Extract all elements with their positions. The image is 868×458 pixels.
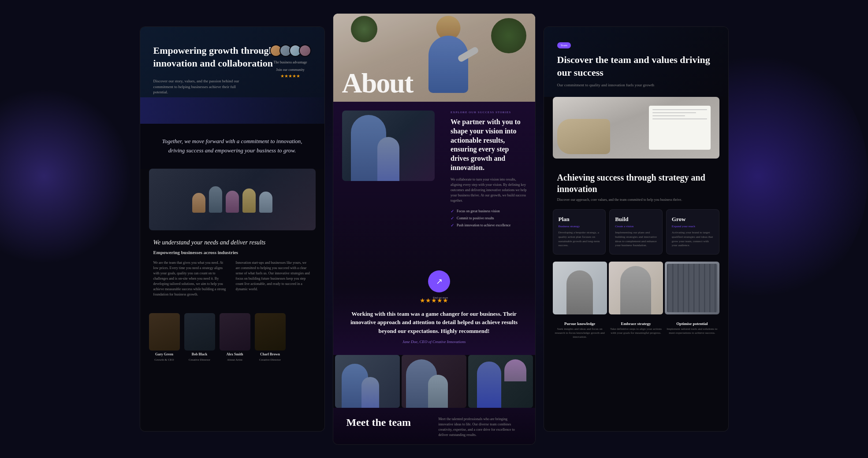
person-sil-2 — [209, 186, 222, 213]
photo-box-1 — [335, 355, 400, 408]
photo-img-1 — [335, 355, 400, 408]
avatar-row — [270, 44, 311, 57]
check-text-1: Focus on great business vision — [457, 209, 500, 213]
charl-avatar — [255, 313, 286, 351]
partner-checks: ✓ Focus on great business vision ✓ Commi… — [451, 209, 528, 228]
charl-avatar-img — [255, 313, 286, 351]
photo-child — [504, 359, 526, 381]
hero-card-label: The business advantage — [274, 60, 307, 64]
gary-role: Growth & CEO — [154, 358, 174, 362]
check-text-3: Push innovation to achieve excellence — [457, 223, 510, 227]
hero-card-sublabel: Join our community — [276, 68, 304, 72]
alex-name: Alex Smith — [227, 352, 243, 356]
center-photos-row — [333, 355, 535, 408]
meet-title: Meet the team — [346, 417, 430, 428]
person-sil-3 — [226, 191, 239, 213]
right-photos-grid — [544, 262, 728, 321]
strategy-card-plan: Plan Business strategy Developing a besp… — [553, 209, 606, 255]
plan-sub: Business strategy — [559, 225, 600, 228]
left-quote: Together, we move forward with a commitm… — [140, 124, 324, 169]
team-member-charl: Charl Brown Creative Director — [255, 313, 286, 362]
check-text-2: Commit to positive results — [457, 216, 494, 220]
panel-center: About Find out more Explore our success … — [333, 13, 536, 445]
left-hero: Empowering growth through innovation and… — [140, 27, 324, 124]
check-2: ✓ Commit to positive results — [451, 216, 528, 221]
build-sub: Create a vision — [615, 225, 657, 228]
grow-sub: Expand your reach — [672, 225, 714, 228]
person-sil-4 — [242, 188, 256, 213]
meet-left: Meet the team — [346, 417, 430, 432]
center-hero: About — [333, 14, 535, 102]
strategy-card-grow: Grow Expand your reach Activating your b… — [666, 209, 719, 255]
person-sil-5 — [259, 192, 272, 213]
understand-col-2-text: Innovation start-ups and businesses like… — [236, 260, 311, 292]
photo-chair — [566, 270, 593, 314]
bottom-label-optimise: Optimise potential Implement tailored to… — [665, 321, 719, 339]
alex-role: About Artist — [227, 358, 242, 362]
bob-name: Bob Black — [192, 352, 207, 356]
hero-stars: ★★★★★ — [280, 74, 300, 78]
hero-avatars: The business advantage Join our communit… — [270, 44, 311, 78]
right-bottom-labels: Pursue knowledge Seek insights and ideas… — [544, 321, 728, 339]
gary-avatar — [149, 313, 180, 351]
paper-line-2 — [652, 112, 696, 113]
optimise-title: Optimise potential — [665, 321, 719, 326]
gary-avatar-img — [149, 313, 180, 351]
team-member-alex: Alex Smith About Artist — [220, 313, 250, 362]
check-1: ✓ Focus on great business vision — [451, 209, 528, 214]
right-badge: Team — [557, 42, 571, 48]
paper-line-1 — [652, 109, 707, 110]
right-photo-img-1 — [553, 262, 607, 314]
alex-avatar-img — [220, 313, 250, 351]
photo-img-3 — [468, 355, 533, 408]
check-icon-1: ✓ — [451, 209, 454, 214]
partner-child — [377, 137, 399, 181]
build-text: Implementing our plans and building stra… — [615, 231, 657, 248]
left-hero-image — [149, 169, 316, 230]
hand-shape — [557, 119, 610, 154]
pursue-title: Pursue knowledge — [553, 321, 607, 326]
center-meet-section: Meet the team Meet the talented professi… — [333, 408, 535, 444]
right-photo-img-3 — [665, 262, 719, 314]
panel-left: Empowering growth through innovation and… — [140, 26, 325, 432]
paper-document — [649, 106, 711, 150]
image-placeholder — [149, 169, 316, 230]
grow-title: Grow — [672, 216, 714, 223]
right-achieve: Achieving success through strategy and i… — [544, 167, 728, 209]
understand-title: We understand your needs and deliver res… — [153, 239, 311, 246]
strategy-card-build: Build Create a vision Implementing our p… — [609, 209, 663, 255]
partner-tag: Explore our success stories — [451, 111, 528, 114]
charl-role: Creative Director — [259, 358, 281, 362]
partner-image — [342, 111, 435, 181]
photo-statue — [620, 266, 651, 314]
meet-right: Meet the talented professionals who are … — [439, 417, 522, 438]
avatar-4 — [299, 44, 311, 57]
optimise-text: Implement tailored tools and solutions t… — [665, 327, 719, 335]
find-out-button[interactable] — [428, 270, 450, 292]
bob-avatar-img — [184, 313, 215, 351]
quote-text: Together, we move forward with a commitm… — [153, 137, 311, 155]
understand-col-1: We are the team that gives you what you … — [153, 260, 229, 297]
pursue-text: Seek insights and ideas and focus on res… — [553, 327, 607, 339]
partner-body: We collaborate to turn your vision into … — [451, 177, 528, 203]
partner-heading: We partner with you to shape your vision… — [451, 118, 528, 173]
check-icon-2: ✓ — [451, 216, 454, 221]
panels-container: Empowering growth through innovation and… — [140, 13, 729, 445]
partner-right: Explore our success stories We partner w… — [443, 102, 535, 286]
photo-person-5 — [477, 362, 501, 408]
paper-line-4 — [652, 118, 707, 119]
team-member-gary: Gary Green Growth & CEO — [149, 313, 180, 362]
build-title: Build — [615, 216, 657, 223]
bob-avatar — [184, 313, 215, 351]
charl-name: Charl Brown — [260, 352, 280, 356]
partner-left: Find out more — [333, 102, 444, 286]
test-text: Working with this team was a game change… — [346, 310, 522, 336]
photo-shelves — [667, 264, 717, 312]
achieve-text: Discover our approach, core values, and … — [557, 197, 715, 202]
gary-name: Gary Green — [155, 352, 173, 356]
bottom-label-pursue: Pursue knowledge Seek insights and ideas… — [553, 321, 607, 339]
photo-box-3 — [468, 355, 533, 408]
find-out-label: Find out more — [433, 296, 448, 299]
photo-box-2 — [402, 355, 466, 408]
achieve-heading: Achieving success through strategy and i… — [557, 172, 715, 195]
